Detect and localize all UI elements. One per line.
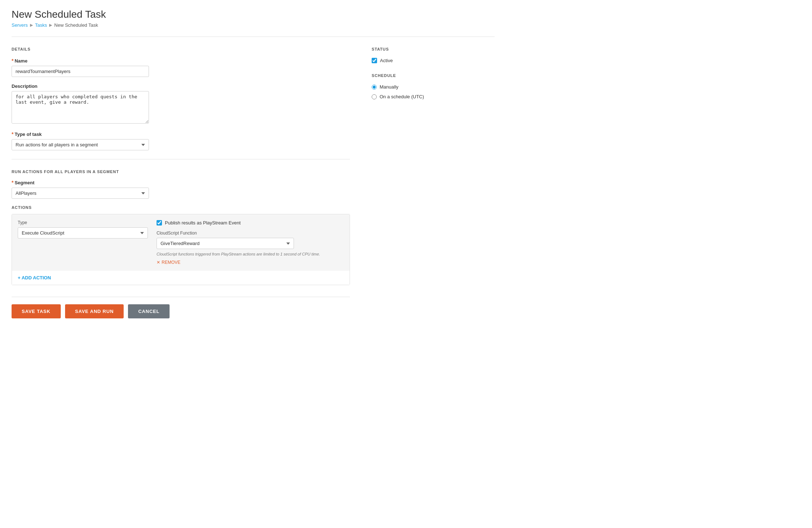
segment-field-group: * Segment AllPlayers All Users VIP Playe… bbox=[12, 180, 350, 199]
task-type-label: * Type of task bbox=[12, 131, 350, 137]
action-type-select[interactable]: Execute CloudScript Grant Virtual Curren… bbox=[18, 227, 148, 239]
save-and-run-button[interactable]: SAVE AND RUN bbox=[65, 304, 124, 318]
left-column: DETAILS * Name Description for all playe… bbox=[12, 47, 350, 326]
breadcrumb: Servers ▶ Tasks ▶ New Scheduled Task bbox=[12, 22, 495, 28]
page-title: New Scheduled Task bbox=[12, 9, 495, 20]
on-schedule-label[interactable]: On a schedule (UTC) bbox=[380, 94, 424, 99]
action-config-section: Publish results as PlayStream Event Clou… bbox=[157, 220, 344, 265]
cloudscript-note: CloudScript functions triggered from Pla… bbox=[157, 252, 344, 256]
footer-buttons: SAVE TASK SAVE AND RUN CANCEL bbox=[12, 297, 350, 326]
publish-checkbox[interactable] bbox=[157, 220, 162, 226]
breadcrumb-servers[interactable]: Servers bbox=[12, 22, 28, 28]
name-label: * Name bbox=[12, 58, 350, 64]
cancel-button[interactable]: CANCEL bbox=[128, 304, 170, 318]
schedule-header: SCHEDULE bbox=[372, 73, 495, 78]
description-label: Description bbox=[12, 83, 350, 89]
run-actions-header: RUN ACTIONS FOR ALL PLAYERS IN A SEGMENT bbox=[12, 169, 350, 174]
active-checkbox-row: Active bbox=[372, 58, 495, 63]
breadcrumb-tasks[interactable]: Tasks bbox=[35, 22, 47, 28]
breadcrumb-sep-1: ▶ bbox=[30, 23, 33, 27]
segment-select[interactable]: AllPlayers All Users VIP Players bbox=[12, 188, 149, 199]
segment-select-wrapper: AllPlayers All Users VIP Players bbox=[12, 188, 149, 199]
status-section: STATUS Active bbox=[372, 47, 495, 63]
type-select-wrapper: Run actions for all players in a segment… bbox=[12, 139, 149, 150]
name-required-star: * bbox=[12, 58, 13, 64]
actions-container: Type Execute CloudScript Grant Virtual C… bbox=[12, 214, 350, 285]
save-task-button[interactable]: SAVE TASK bbox=[12, 304, 61, 318]
publish-label[interactable]: Publish results as PlayStream Event bbox=[165, 220, 241, 226]
action-type-section: Type Execute CloudScript Grant Virtual C… bbox=[18, 220, 148, 265]
schedule-section: SCHEDULE Manually On a schedule (UTC) bbox=[372, 73, 495, 99]
manually-radio[interactable] bbox=[372, 85, 377, 90]
description-textarea[interactable]: for all players who completed quests in … bbox=[12, 91, 149, 124]
remove-action-link[interactable]: ✕ REMOVE bbox=[157, 260, 344, 265]
details-header: DETAILS bbox=[12, 47, 350, 51]
breadcrumb-sep-2: ▶ bbox=[49, 23, 52, 27]
run-actions-divider bbox=[12, 159, 350, 159]
add-action-label: + ADD ACTION bbox=[18, 275, 51, 280]
description-field-group: Description for all players who complete… bbox=[12, 83, 350, 125]
actions-header: ACTIONS bbox=[12, 205, 350, 210]
right-column: STATUS Active SCHEDULE Manually On a sch… bbox=[372, 47, 495, 326]
task-type-field-group: * Type of task Run actions for all playe… bbox=[12, 131, 350, 150]
cloudscript-select-wrapper: GiveTieredReward RewardPlayer SendNotifi… bbox=[157, 238, 294, 249]
action-row: Type Execute CloudScript Grant Virtual C… bbox=[12, 214, 350, 271]
action-type-label: Type bbox=[18, 220, 148, 225]
cloudscript-label: CloudScript Function bbox=[157, 231, 344, 236]
cloudscript-function-select[interactable]: GiveTieredReward RewardPlayer SendNotifi… bbox=[157, 238, 294, 249]
active-checkbox[interactable] bbox=[372, 58, 377, 63]
header-divider bbox=[12, 37, 495, 37]
active-label[interactable]: Active bbox=[380, 58, 393, 63]
manually-label[interactable]: Manually bbox=[380, 84, 398, 90]
type-required-star: * bbox=[12, 131, 13, 137]
manually-radio-row: Manually bbox=[372, 84, 495, 90]
segment-required-star: * bbox=[12, 180, 13, 185]
on-schedule-radio-row: On a schedule (UTC) bbox=[372, 94, 495, 99]
on-schedule-radio[interactable] bbox=[372, 94, 377, 99]
name-field-group: * Name bbox=[12, 58, 350, 77]
breadcrumb-current: New Scheduled Task bbox=[54, 22, 98, 28]
add-action-link[interactable]: + ADD ACTION bbox=[18, 275, 344, 280]
status-header: STATUS bbox=[372, 47, 495, 51]
add-action-row: + ADD ACTION bbox=[12, 271, 350, 285]
name-input[interactable] bbox=[12, 66, 149, 77]
task-type-select[interactable]: Run actions for all players in a segment… bbox=[12, 139, 149, 150]
remove-x-icon: ✕ bbox=[157, 260, 160, 265]
publish-checkbox-row: Publish results as PlayStream Event bbox=[157, 220, 344, 226]
segment-label: * Segment bbox=[12, 180, 350, 185]
